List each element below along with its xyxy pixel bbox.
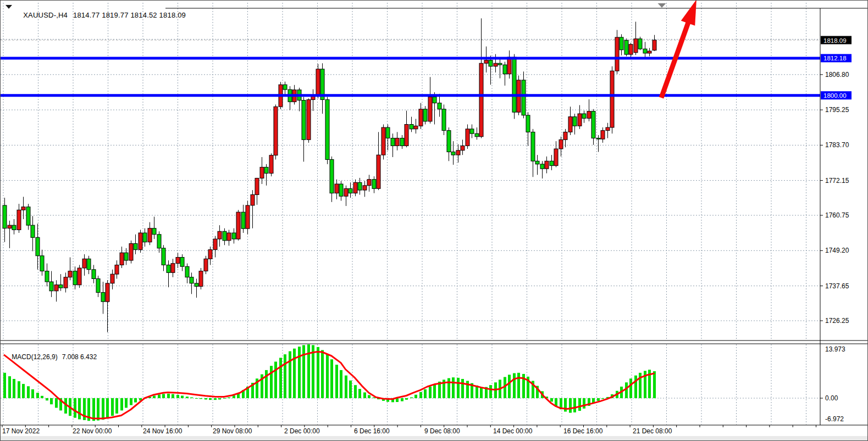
candle-body	[124, 253, 128, 260]
macd-histogram-bar	[18, 381, 20, 398]
level-price-tag-text: 1800.00	[823, 92, 847, 99]
candle-body	[223, 231, 226, 241]
candle-body	[386, 127, 390, 138]
candle-body	[152, 228, 156, 235]
candle-body	[139, 233, 142, 250]
candle-body	[578, 114, 582, 126]
macd-histogram-bar	[228, 398, 230, 398]
time-axis-label: 2 Dec 00:00	[284, 427, 320, 435]
macd-histogram-bar	[125, 398, 128, 408]
macd-histogram-bar	[653, 371, 656, 398]
candle-body	[31, 225, 35, 237]
bottom-strip	[1, 436, 868, 441]
time-axis-label: 22 Nov 00:00	[73, 427, 112, 435]
candle-body	[251, 194, 255, 205]
macd-histogram-bar	[36, 393, 39, 398]
candle-body	[171, 264, 175, 273]
candle-body	[648, 51, 651, 53]
macd-histogram-bar	[92, 398, 95, 421]
candle-body	[45, 271, 49, 282]
macd-histogram-bar	[480, 387, 483, 398]
macd-histogram-bar	[289, 351, 291, 398]
macd-histogram-bar	[368, 395, 371, 398]
candle-body	[21, 207, 25, 210]
candle-body	[610, 71, 614, 127]
price-axis-label: 1806.80	[825, 71, 849, 79]
price-axis-label: 1772.15	[825, 177, 849, 185]
time-axis-label: 17 Nov 2022	[2, 427, 40, 435]
chart-canvas[interactable]: 1806.801795.251783.701772.151760.751749.…	[1, 1, 868, 441]
candle-body	[78, 268, 81, 285]
candle-body	[587, 111, 591, 119]
chart-background	[1, 1, 868, 441]
macd-histogram-bar	[424, 389, 427, 398]
candle-body	[190, 277, 193, 283]
candle-body	[157, 235, 161, 248]
macd-histogram-bar	[134, 398, 137, 403]
macd-histogram-bar	[405, 398, 408, 400]
candle-body	[213, 239, 217, 249]
macd-histogram-bar	[293, 349, 296, 398]
time-axis-label: 24 Nov 16:00	[143, 427, 183, 435]
candle-body	[339, 184, 343, 196]
candle-body	[638, 39, 642, 49]
price-axis-label: 1760.75	[825, 211, 849, 219]
macd-histogram-bar	[358, 389, 361, 398]
macd-histogram-bar	[457, 378, 460, 398]
macd-histogram-bar	[27, 386, 30, 398]
chart-window[interactable]: 1806.801795.251783.701772.151760.751749.…	[0, 0, 868, 441]
candle-body	[8, 225, 12, 228]
candle-body	[653, 40, 656, 50]
candle-body	[87, 259, 91, 269]
macd-histogram-bar	[41, 396, 43, 398]
candle-body	[110, 274, 114, 283]
candle-body	[199, 271, 203, 287]
candle-body	[208, 250, 212, 259]
macd-histogram-bar	[176, 395, 179, 398]
macd-histogram-bar	[115, 398, 118, 414]
candle-body	[68, 271, 72, 277]
candle-body	[227, 233, 231, 241]
macd-histogram-bar	[489, 385, 492, 398]
candle-body	[582, 114, 586, 118]
macd-histogram-bar	[55, 398, 58, 408]
macd-histogram-bar	[167, 394, 170, 398]
macd-histogram-bar	[8, 376, 11, 398]
candle-body	[419, 109, 423, 126]
candle-body	[479, 63, 483, 137]
candle-body	[512, 57, 516, 112]
candle-body	[64, 277, 68, 288]
candle-body	[3, 205, 7, 228]
macd-histogram-bar	[429, 387, 432, 398]
candle-body	[115, 265, 119, 274]
candle-body	[503, 65, 507, 74]
candle-body	[414, 126, 418, 129]
candle-body	[101, 293, 105, 302]
macd-histogram-bar	[302, 345, 305, 398]
macd-histogram-bar	[284, 354, 286, 398]
macd-histogram-bar	[326, 354, 329, 398]
candle-body	[260, 167, 264, 178]
candle-body	[568, 117, 572, 132]
macd-histogram-bar	[120, 398, 123, 410]
time-axis-label: 14 Dec 00:00	[493, 427, 533, 435]
candle-body	[148, 228, 152, 242]
candle-body	[96, 279, 100, 293]
macd-histogram-bar	[354, 385, 357, 398]
macd-indicator-label: MACD(12,26,9)7.008 6.432	[4, 345, 97, 369]
macd-histogram-bar	[233, 395, 235, 398]
macd-axis-label: -6.972	[825, 415, 844, 423]
macd-histogram-bar	[46, 398, 48, 400]
price-axis-label: 1749.20	[825, 247, 849, 254]
candle-body	[17, 210, 21, 230]
candle-body	[615, 37, 619, 71]
macd-histogram-bar	[634, 376, 637, 398]
candle-body	[391, 138, 395, 146]
time-axis-label: 9 Dec 08:00	[424, 427, 460, 435]
macd-axis-label: 13.973	[825, 345, 845, 353]
candle-body	[372, 180, 376, 189]
candle-body	[241, 212, 245, 228]
candle-body	[634, 39, 638, 53]
symbol-period-label: XAUUSD-,H4	[23, 11, 68, 19]
symbol-dropdown-icon[interactable]	[5, 5, 12, 9]
